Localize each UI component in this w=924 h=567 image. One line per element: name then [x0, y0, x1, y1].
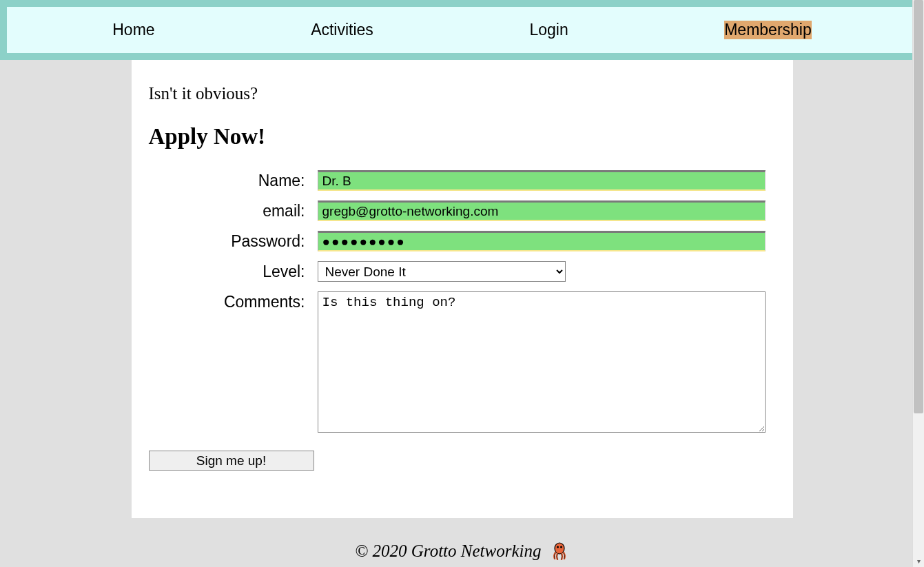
- name-input[interactable]: [318, 170, 766, 191]
- email-input[interactable]: [318, 200, 766, 221]
- nav-wrapper: Home Activities Login Membership: [0, 0, 924, 60]
- content-area: Isn't it obvious? Apply Now! Name: email…: [0, 60, 924, 518]
- row-comments: Comments:: [149, 291, 776, 433]
- main-panel: Isn't it obvious? Apply Now! Name: email…: [132, 60, 793, 518]
- svg-point-1: [557, 546, 559, 548]
- level-label: Level:: [149, 261, 318, 281]
- comments-textarea[interactable]: [318, 291, 766, 433]
- nav-bar: Home Activities Login Membership: [7, 7, 917, 53]
- row-password: Password:: [149, 231, 776, 251]
- nav-login[interactable]: Login: [529, 21, 568, 39]
- nav-home[interactable]: Home: [112, 21, 154, 39]
- page-title: Apply Now!: [149, 124, 776, 150]
- vertical-scrollbar[interactable]: ▾: [912, 0, 924, 567]
- comments-label: Comments:: [149, 291, 318, 311]
- signup-button[interactable]: Sign me up!: [149, 451, 314, 471]
- svg-point-2: [560, 546, 562, 548]
- scrollbar-down-arrow[interactable]: ▾: [913, 555, 924, 567]
- footer-text: © 2020 Grotto Networking: [355, 542, 541, 560]
- password-label: Password:: [149, 231, 318, 251]
- footer: © 2020 Grotto Networking: [0, 535, 924, 567]
- page-subtitle: Isn't it obvious?: [149, 84, 776, 103]
- email-label: email:: [149, 200, 318, 220]
- row-email: email:: [149, 200, 776, 221]
- nav-membership[interactable]: Membership: [724, 21, 812, 39]
- octopus-icon: [550, 541, 569, 564]
- row-level: Level: Never Done It: [149, 261, 776, 282]
- level-select[interactable]: Never Done It: [318, 261, 566, 282]
- password-input[interactable]: [318, 231, 766, 251]
- scrollbar-thumb[interactable]: [914, 0, 923, 413]
- nav-activities[interactable]: Activities: [311, 21, 373, 39]
- row-name: Name:: [149, 170, 776, 191]
- name-label: Name:: [149, 170, 318, 190]
